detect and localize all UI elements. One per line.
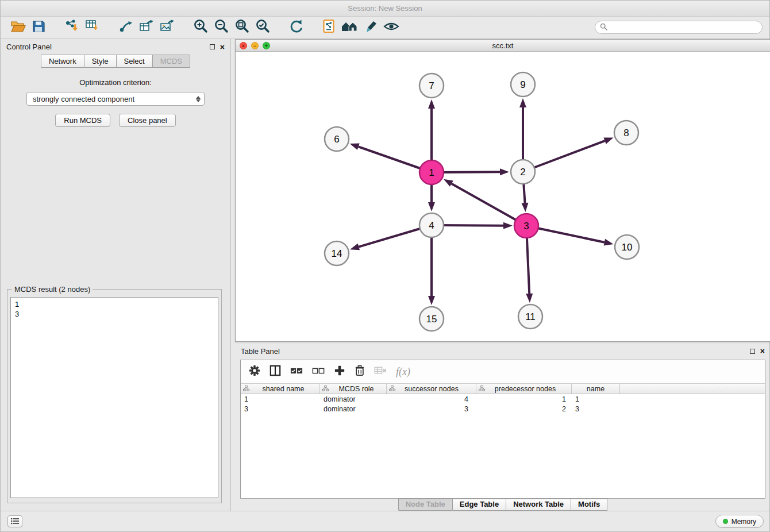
cell-name: 1 bbox=[572, 395, 620, 403]
deselect-all-icon[interactable] bbox=[312, 367, 325, 377]
edge-arrowhead-icon bbox=[604, 239, 614, 246]
tree-sort-icon bbox=[479, 385, 485, 393]
graph-node-label: 6 bbox=[334, 134, 339, 145]
open-file-icon bbox=[10, 20, 26, 36]
tab-mcds[interactable]: MCDS bbox=[153, 55, 190, 68]
close-table-panel-icon[interactable]: × bbox=[760, 348, 765, 354]
float-panel-icon[interactable] bbox=[210, 44, 215, 49]
function-icon: f(x) bbox=[396, 366, 410, 378]
edge-arrowhead-icon bbox=[526, 294, 533, 303]
graph-canvas[interactable]: 7968124314101511 bbox=[236, 52, 770, 341]
graph-edge-3-1[interactable] bbox=[452, 184, 526, 226]
column-header-filler bbox=[620, 384, 765, 394]
network-document-button[interactable] bbox=[319, 19, 340, 36]
graph-node-label: 15 bbox=[426, 314, 437, 325]
graph-node-label: 4 bbox=[429, 220, 434, 231]
show-panels-button[interactable] bbox=[7, 515, 22, 527]
gear-icon[interactable] bbox=[249, 365, 260, 379]
edge-arrowhead-icon bbox=[428, 296, 435, 305]
save-session-button[interactable] bbox=[28, 19, 49, 36]
graph-node-label: 3 bbox=[523, 221, 529, 232]
import-network-button[interactable] bbox=[61, 19, 82, 36]
tab-select[interactable]: Select bbox=[117, 55, 153, 68]
columns-icon[interactable] bbox=[270, 365, 281, 379]
memory-button[interactable]: Memory bbox=[715, 515, 764, 528]
mcds-tab-content: Optimization criterion: strongly connect… bbox=[1, 68, 230, 127]
edge-arrowhead-icon bbox=[503, 222, 513, 229]
export-table-button[interactable] bbox=[136, 19, 157, 36]
graph-node-label: 1 bbox=[429, 167, 434, 178]
add-icon[interactable] bbox=[334, 365, 345, 379]
tab-network[interactable]: Network bbox=[41, 55, 84, 68]
column-header-mcds-role[interactable]: MCDS role bbox=[320, 384, 387, 394]
import-table-button[interactable] bbox=[82, 19, 103, 36]
tab-edge-table[interactable]: Edge Table bbox=[453, 499, 506, 511]
tree-sort-icon bbox=[389, 385, 395, 393]
node-table-container: f(x) shared name MCDS role successor nod… bbox=[240, 360, 765, 499]
tab-style[interactable]: Style bbox=[84, 55, 117, 68]
close-panel-icon[interactable]: × bbox=[220, 44, 225, 50]
select-all-icon[interactable] bbox=[290, 367, 303, 377]
dropdown-stepper-icon bbox=[196, 96, 201, 102]
eye-button[interactable] bbox=[381, 19, 402, 36]
export-network-button[interactable] bbox=[116, 19, 136, 36]
graph-edge-2-8[interactable] bbox=[523, 141, 605, 172]
cell-name: 3 bbox=[572, 405, 620, 413]
table-row[interactable]: 3 dominator 3 2 3 bbox=[241, 404, 765, 414]
zoom-selected-button[interactable] bbox=[252, 19, 273, 36]
export-image-button[interactable] bbox=[157, 19, 178, 36]
column-header-shared-name[interactable]: shared name bbox=[241, 384, 320, 394]
zoom-in-icon bbox=[193, 18, 209, 36]
network-window-title: scc.txt bbox=[492, 41, 514, 50]
zoom-out-icon bbox=[214, 18, 229, 36]
close-window-icon[interactable]: × bbox=[240, 42, 247, 49]
refresh-button[interactable] bbox=[286, 19, 306, 36]
window-titlebar: Session: New Session bbox=[1, 1, 769, 17]
style-brush-button[interactable] bbox=[360, 19, 381, 36]
graph-node-label: 8 bbox=[623, 128, 629, 138]
search-icon bbox=[600, 22, 607, 33]
open-file-button[interactable] bbox=[7, 19, 28, 36]
home-button[interactable] bbox=[340, 19, 360, 36]
import-table-icon bbox=[85, 19, 100, 36]
run-mcds-button[interactable]: Run MCDS bbox=[55, 114, 110, 127]
list-icon bbox=[11, 516, 20, 527]
import-network-icon bbox=[64, 19, 79, 36]
edge-arrowhead-icon bbox=[350, 144, 360, 150]
delete-column-icon bbox=[374, 366, 387, 377]
network-document-icon bbox=[322, 19, 336, 36]
tab-node-table[interactable]: Node Table bbox=[398, 499, 453, 511]
float-table-panel-icon[interactable] bbox=[750, 349, 755, 354]
search-field[interactable] bbox=[595, 21, 763, 34]
zoom-out-button[interactable] bbox=[211, 19, 232, 36]
export-table-icon bbox=[139, 19, 154, 36]
control-panel-header: Control Panel × bbox=[1, 39, 230, 55]
export-image-icon bbox=[160, 19, 175, 36]
network-window-titlebar: × − + scc.txt bbox=[236, 40, 770, 52]
table-panel: Table Panel × f(x) bbox=[235, 344, 770, 511]
edge-arrowhead-icon bbox=[428, 202, 435, 211]
column-header-predecessor-nodes[interactable]: predecessor nodes bbox=[476, 384, 572, 394]
tab-network-table[interactable]: Network Table bbox=[506, 499, 571, 511]
trash-icon[interactable] bbox=[355, 365, 365, 379]
column-header-name[interactable]: name bbox=[572, 384, 620, 394]
tab-motifs[interactable]: Motifs bbox=[571, 499, 607, 511]
graph-node-label: 14 bbox=[332, 248, 342, 259]
dropdown-selected-value: strongly connected component bbox=[33, 95, 196, 103]
optimization-criterion-dropdown[interactable]: strongly connected component bbox=[26, 92, 205, 106]
edge-arrowhead-icon bbox=[603, 137, 613, 144]
minimize-window-icon[interactable]: − bbox=[251, 42, 259, 49]
cell-shared-name: 3 bbox=[241, 405, 320, 413]
zoom-fit-button[interactable] bbox=[232, 19, 252, 36]
search-input[interactable] bbox=[610, 24, 757, 32]
zoom-in-button[interactable] bbox=[190, 19, 211, 36]
control-panel-tabs: Network Style Select MCDS bbox=[1, 55, 230, 68]
memory-status-icon bbox=[723, 519, 728, 524]
maximize-window-icon[interactable]: + bbox=[263, 42, 270, 49]
column-header-successor-nodes[interactable]: successor nodes bbox=[387, 384, 476, 394]
graph-node-label: 9 bbox=[520, 79, 525, 90]
table-panel-title: Table Panel bbox=[241, 347, 750, 356]
table-row[interactable]: 1 dominator 4 1 1 bbox=[241, 394, 765, 404]
window-title: Session: New Session bbox=[348, 4, 422, 13]
close-panel-button[interactable]: Close panel bbox=[119, 114, 176, 127]
